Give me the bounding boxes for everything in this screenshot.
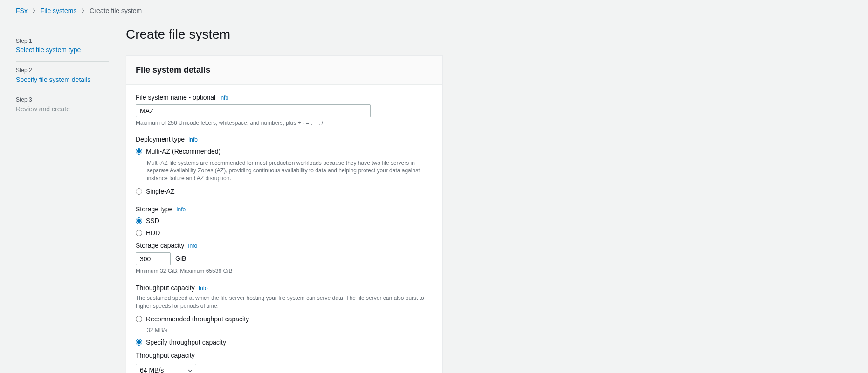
radio-hdd-input[interactable] (136, 230, 142, 236)
storage-capacity-unit: GiB (175, 254, 186, 264)
step-title-review: Review and create (16, 105, 109, 114)
multi-az-description: Multi-AZ file systems are recommended fo… (147, 159, 433, 183)
step-3: Step 3 Review and create (16, 91, 109, 120)
field-deployment-type: Deployment type Info Multi-AZ (Recommend… (136, 135, 433, 196)
radio-recommended-throughput-input[interactable] (136, 316, 142, 322)
info-link[interactable]: Info (176, 206, 186, 213)
panel-body: File system name - optional Info Maximum… (126, 85, 442, 373)
step-2: Step 2 Specify file system details (16, 62, 109, 91)
radio-specify-throughput-label: Specify throughput capacity (146, 338, 226, 347)
info-link[interactable]: Info (188, 136, 198, 143)
radio-ssd-input[interactable] (136, 217, 142, 224)
info-link[interactable]: Info (219, 95, 228, 101)
deployment-type-label: Deployment type (136, 136, 185, 143)
radio-ssd[interactable]: SSD (136, 217, 433, 226)
storage-capacity-hint: Minimum 32 GiB; Maximum 65536 GiB (136, 267, 433, 275)
radio-single-az-input[interactable] (136, 188, 142, 195)
throughput-description: The sustained speed at which the file se… (136, 294, 433, 310)
field-label: Storage capacity Info (136, 241, 433, 251)
step-1: Step 1 Select file system type (16, 33, 109, 62)
step-number: Step 1 (16, 37, 109, 45)
radio-ssd-label: SSD (146, 217, 159, 226)
breadcrumb-current: Create file system (90, 7, 142, 14)
field-label: Throughput capacity Info (136, 284, 433, 293)
radio-multi-az-input[interactable] (136, 148, 142, 155)
field-file-system-name: File system name - optional Info Maximum… (136, 93, 433, 127)
step-number: Step 3 (16, 96, 109, 104)
file-system-details-panel: File system details File system name - o… (126, 55, 443, 373)
panel-title: File system details (136, 64, 433, 76)
chevron-right-icon (32, 7, 36, 16)
storage-capacity-label: Storage capacity (136, 242, 184, 249)
step-title-specify-details[interactable]: Specify file system details (16, 75, 109, 85)
panel-header: File system details (126, 56, 442, 85)
throughput-select[interactable]: 64 MB/s (136, 364, 196, 373)
page-title: Create file system (126, 25, 443, 43)
breadcrumb-file-systems[interactable]: File systems (41, 7, 77, 14)
field-storage-type: Storage type Info SSD HDD (136, 205, 433, 238)
radio-multi-az-label: Multi-AZ (Recommended) (146, 147, 220, 156)
step-title-select-type[interactable]: Select file system type (16, 46, 109, 55)
radio-recommended-throughput-label: Recommended throughput capacity (146, 315, 249, 324)
radio-single-az-label: Single-AZ (146, 187, 174, 197)
info-link[interactable]: Info (188, 243, 197, 249)
wizard-steps: Step 1 Select file system type Step 2 Sp… (16, 22, 109, 121)
radio-hdd-label: HDD (146, 229, 160, 238)
radio-single-az[interactable]: Single-AZ (136, 187, 433, 197)
radio-hdd[interactable]: HDD (136, 229, 433, 238)
chevron-right-icon (81, 7, 85, 16)
radio-specify-throughput-input[interactable] (136, 339, 142, 346)
field-label: Storage type Info (136, 205, 433, 214)
file-system-name-label: File system name - optional (136, 94, 215, 101)
field-throughput-capacity: Throughput capacity Info The sustained s… (136, 284, 433, 373)
throughput-select-wrapper: 64 MB/s (136, 364, 196, 373)
throughput-select-label: Throughput capacity (136, 351, 433, 360)
info-link[interactable]: Info (199, 285, 208, 292)
file-system-name-hint: Maximum of 256 Unicode letters, whitespa… (136, 119, 433, 127)
storage-type-label: Storage type (136, 205, 172, 213)
radio-specify-throughput[interactable]: Specify throughput capacity (136, 338, 433, 347)
radio-multi-az[interactable]: Multi-AZ (Recommended) (136, 147, 433, 156)
storage-capacity-input[interactable] (136, 252, 171, 265)
throughput-capacity-label: Throughput capacity (136, 284, 195, 292)
field-label: Deployment type Info (136, 135, 433, 144)
radio-recommended-throughput[interactable]: Recommended throughput capacity (136, 315, 433, 324)
file-system-name-input[interactable] (136, 104, 371, 117)
field-storage-capacity: Storage capacity Info GiB Minimum 32 GiB… (136, 241, 433, 275)
step-number: Step 2 (16, 67, 109, 75)
main-content: Create file system File system details F… (126, 22, 443, 373)
recommended-throughput-value: 32 MB/s (147, 326, 433, 334)
breadcrumb: FSx File systems Create file system (0, 0, 868, 22)
breadcrumb-fsx[interactable]: FSx (16, 7, 28, 14)
field-label: File system name - optional Info (136, 93, 433, 102)
